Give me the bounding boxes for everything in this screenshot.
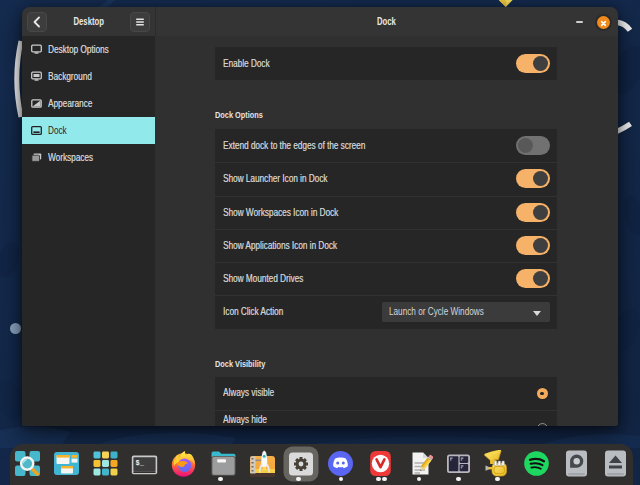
svg-text:$_: $_ [136,459,145,467]
